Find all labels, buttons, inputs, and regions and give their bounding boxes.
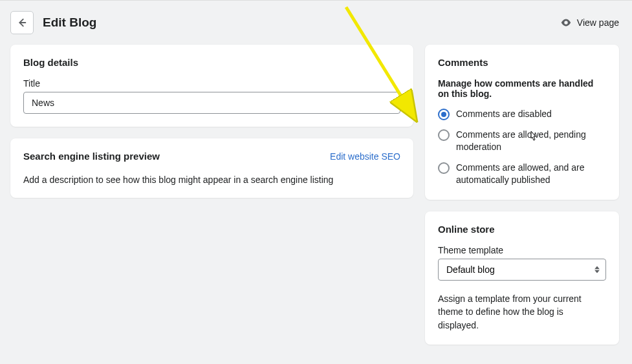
comments-option-pending[interactable]: Comments are allowed, pending moderation (438, 129, 606, 154)
online-store-card: Online store Theme template Default blog… (425, 211, 619, 345)
seo-description: Add a description to see how this blog m… (23, 175, 400, 185)
main-column: Blog details Title Search engine listing… (10, 45, 413, 345)
view-page-link[interactable]: View page (560, 17, 619, 28)
back-button[interactable] (10, 11, 34, 34)
arrow-left-icon (16, 17, 28, 28)
radio-icon (438, 129, 450, 141)
title-label: Title (23, 78, 400, 89)
radio-icon (438, 109, 450, 120)
eye-icon (560, 17, 572, 28)
view-page-label: View page (577, 17, 619, 28)
comments-title: Comments (438, 57, 606, 68)
theme-label: Theme template (438, 245, 606, 255)
theme-hint: Assign a template from your current them… (438, 292, 606, 332)
blog-details-card: Blog details Title (10, 45, 413, 127)
comments-subheading: Manage how comments are handled on this … (438, 78, 606, 99)
edit-seo-link[interactable]: Edit website SEO (330, 151, 400, 162)
title-input[interactable] (23, 92, 400, 114)
layout: Blog details Title Search engine listing… (0, 41, 632, 358)
seo-header: Search engine listing preview Edit websi… (23, 151, 400, 162)
page-title: Edit Blog (43, 16, 96, 30)
header-left: Edit Blog (10, 11, 96, 34)
online-store-title: Online store (438, 224, 606, 235)
side-column: Comments Manage how comments are handled… (425, 45, 619, 345)
theme-select-wrap: Default blog (438, 259, 606, 281)
seo-card: Search engine listing preview Edit websi… (10, 138, 413, 198)
radio-label: Comments are allowed, pending moderation (456, 129, 606, 154)
radio-icon (438, 162, 450, 174)
radio-label: Comments are disabled (456, 108, 552, 121)
comments-option-auto[interactable]: Comments are allowed, and are automatica… (438, 162, 606, 187)
page-header: Edit Blog View page (0, 1, 632, 41)
seo-title: Search engine listing preview (23, 151, 160, 162)
theme-select[interactable]: Default blog (438, 259, 606, 281)
comments-card: Comments Manage how comments are handled… (425, 45, 619, 200)
radio-label: Comments are allowed, and are automatica… (456, 162, 606, 187)
blog-details-title: Blog details (23, 57, 400, 68)
comments-option-disabled[interactable]: Comments are disabled (438, 108, 606, 121)
